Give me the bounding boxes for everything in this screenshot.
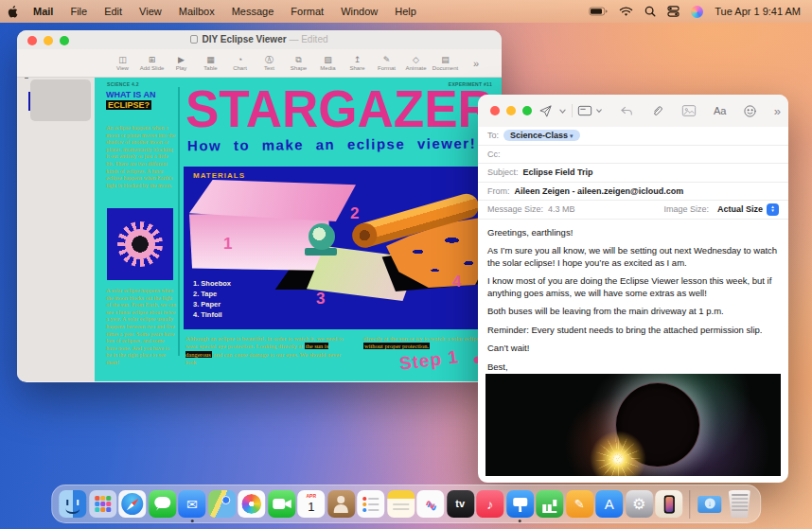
apple-logo-icon — [7, 5, 19, 19]
menu-item-window[interactable]: Window — [332, 6, 386, 17]
dock-icon-settings[interactable]: ⚙ — [626, 490, 653, 518]
header-fields-icon[interactable] — [577, 104, 592, 117]
slide-heading: WHAT IS AN ECLIPSE? — [106, 90, 178, 111]
dock-icon-facetime[interactable] — [268, 490, 295, 518]
dock-icon-messages[interactable] — [149, 490, 176, 518]
dock-icon-iphone-mirroring[interactable] — [655, 490, 682, 518]
image-size-stepper[interactable]: ▲▼ — [767, 203, 779, 216]
warning-text-col1: Although an eclipse is beautiful, in ord… — [185, 335, 352, 367]
dock-icon-pages[interactable]: ✎ — [566, 490, 593, 518]
dock-icon-music[interactable]: ♪ — [476, 490, 503, 518]
menu-item-file[interactable]: File — [62, 6, 96, 17]
close-button[interactable] — [490, 106, 500, 115]
materials-panel: MATERIALS 1 2 3 4 1. Shoebox2. Tape3. Pa… — [184, 167, 498, 329]
toolbar-button-format[interactable]: ✎ Format — [372, 55, 401, 71]
toolbar-button-play[interactable]: ▶ Play — [167, 55, 196, 71]
dock-icon-trash[interactable] — [726, 490, 753, 518]
emoji-button[interactable] — [743, 104, 757, 118]
dock-icon-notes[interactable] — [387, 490, 415, 518]
cc-field[interactable]: Cc: — [478, 146, 788, 165]
menu-item-mailbox[interactable]: Mailbox — [170, 6, 223, 17]
zoom-button[interactable] — [522, 106, 532, 115]
column-divider — [178, 87, 180, 356]
toolbar-button-add-slide[interactable]: ⊞ Add Slide — [137, 55, 167, 71]
toolbar-button-table[interactable]: ▦ Table — [196, 55, 225, 71]
menu-item-edit[interactable]: Edit — [96, 6, 131, 17]
slide-canvas[interactable]: SCIENCE 4.2 EXPERIMENT #11 WHAT IS AN EC… — [95, 78, 502, 381]
to-field[interactable]: To: Science-Class▾ — [478, 127, 788, 146]
battery-icon[interactable] — [589, 7, 608, 16]
dock-icon-appstore[interactable]: A — [595, 490, 623, 518]
slide-navigator: 1 SOLAR ECLIPSE FIELD TRIP! 2 STARGAZER … — [17, 78, 95, 381]
toolbar-overflow-chevron[interactable]: » — [473, 58, 479, 69]
dock-icon-photos[interactable] — [238, 490, 265, 518]
running-indicator — [519, 520, 521, 522]
dock-icon-maps[interactable] — [208, 490, 236, 518]
menu-item-view[interactable]: View — [131, 6, 170, 17]
subject-field[interactable]: Subject: Eclipse Field Trip — [478, 164, 788, 183]
dock-icon-numbers[interactable] — [536, 490, 563, 518]
dock-icon-finder[interactable] — [59, 490, 86, 518]
body-paragraph: Can’t wait! — [487, 343, 779, 355]
toolbar-button-document[interactable]: ▤ Document — [431, 55, 460, 71]
attach-icon[interactable] — [650, 104, 664, 118]
dock-icon-safari[interactable] — [118, 490, 146, 518]
dock-icon-reminders[interactable] — [357, 490, 384, 518]
insert-photo-icon[interactable] — [681, 104, 697, 117]
send-button[interactable] — [538, 104, 553, 118]
menu-item-message[interactable]: Message — [223, 6, 283, 17]
control-center-icon[interactable] — [667, 6, 680, 17]
mail-toolbar[interactable]: Aa » — [478, 95, 788, 127]
token-chevron-icon: ▾ — [570, 132, 574, 139]
toolbar-overflow-chevron[interactable]: » — [774, 104, 781, 118]
minimize-button[interactable] — [506, 106, 516, 115]
menu-item-mail[interactable]: Mail — [25, 6, 62, 17]
toolbar-button-share[interactable]: ↥ Share — [343, 55, 372, 71]
toolbar-button-chart[interactable]: ◔ Chart — [225, 55, 255, 71]
subject-value: Eclipse Field Trip — [523, 168, 593, 177]
recipient-token[interactable]: Science-Class▾ — [503, 130, 580, 141]
keynote-titlebar[interactable]: DIY Eclipse Viewer — Edited — [17, 30, 502, 49]
dock-icon-downloads[interactable] — [696, 490, 723, 518]
send-options-chevron[interactable] — [558, 107, 567, 115]
menu-item-help[interactable]: Help — [386, 6, 425, 17]
toolbar-button-view[interactable]: ◫ View — [108, 55, 137, 71]
thumbnail-preview[interactable]: STARGAZER — [34, 83, 87, 117]
dock: ✉ 1 ∿ tv ♪ ✎ A — [51, 485, 761, 523]
dock-icon-contacts[interactable] — [327, 490, 355, 518]
document-icon — [190, 35, 198, 44]
toolbar-button-text[interactable]: Ⓐ Text — [255, 55, 284, 71]
apple-menu[interactable] — [0, 5, 25, 19]
message-body[interactable]: Greetings, earthlings!As I’m sure you al… — [478, 220, 788, 385]
menu-item-format[interactable]: Format — [282, 6, 332, 17]
eclipse-photo-attachment[interactable] — [485, 374, 781, 476]
search-icon[interactable] — [644, 6, 656, 17]
slide-subtitle: How to make an eclipse viewer! — [187, 135, 476, 154]
header-fields-chevron[interactable] — [595, 107, 603, 115]
dock-icon-launchpad[interactable] — [89, 490, 116, 518]
menu-clock[interactable]: Tue Apr 1 9:41 AM — [715, 6, 801, 17]
undo-icon[interactable] — [620, 105, 634, 117]
keynote-toolbar: ◫ View ⊞ Add Slide ▶ Play ▦ Table ◔ Char… — [17, 49, 502, 78]
format-button[interactable]: Aa — [714, 105, 726, 116]
toolbar-button-animate[interactable]: ◇ Animate — [401, 55, 431, 71]
material-number-2: 2 — [350, 204, 359, 223]
wifi-icon[interactable] — [619, 7, 633, 17]
body-paragraph: As I’m sure you all know, we will be set… — [487, 245, 779, 269]
slide-paragraph-1: An eclipse happens when a moon or planet… — [106, 125, 176, 189]
from-field[interactable]: From: Aileen Zeigen - aileen.zeigen@iclo… — [478, 183, 788, 202]
window-title: DIY Eclipse Viewer — Edited — [17, 34, 502, 44]
dock-icon-keynote[interactable] — [506, 490, 534, 518]
dock-icon-calendar[interactable]: 1 — [297, 490, 325, 518]
dock-separator — [689, 490, 690, 519]
siri-icon[interactable] — [691, 6, 703, 18]
dock-icon-mail[interactable]: ✉ — [178, 490, 205, 518]
tape-roll — [309, 223, 335, 250]
dock-icon-tv[interactable]: tv — [447, 490, 474, 518]
slide-title: STARGAZER — [185, 79, 494, 138]
mail-compose-window: Aa » To: Science-Class▾ Cc: Subject: Ecl… — [478, 95, 788, 483]
toolbar-button-shape[interactable]: ⧉ Shape — [284, 55, 313, 71]
toolbar-button-media[interactable]: ▨ Media — [313, 55, 343, 71]
dock-icon-freeform[interactable]: ∿ — [416, 490, 444, 518]
eclipse-illustration — [107, 208, 173, 280]
